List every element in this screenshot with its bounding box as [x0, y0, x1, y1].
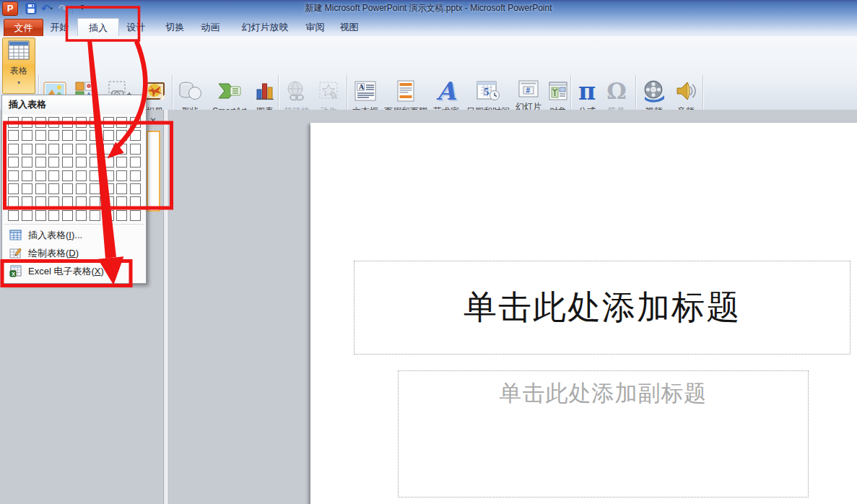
- table-grid-cell[interactable]: [130, 144, 141, 155]
- table-grid-cell[interactable]: [8, 117, 19, 128]
- tab-file[interactable]: 文件: [4, 19, 43, 37]
- table-grid-cell[interactable]: [22, 117, 32, 128]
- table-grid-cell[interactable]: [130, 130, 141, 141]
- redo-button[interactable]: ↷: [56, 2, 69, 15]
- table-grid-cell[interactable]: [35, 170, 46, 181]
- table-grid-cell[interactable]: [35, 117, 46, 128]
- table-grid-cell[interactable]: [130, 196, 141, 207]
- table-grid-cell[interactable]: [76, 170, 87, 181]
- table-grid-cell[interactable]: [76, 130, 87, 141]
- table-grid-cell[interactable]: [35, 210, 46, 221]
- table-grid-cell[interactable]: [48, 210, 59, 221]
- table-grid-cell[interactable]: [116, 183, 127, 194]
- table-grid-cell[interactable]: [103, 117, 114, 128]
- table-size-grid[interactable]: [8, 117, 141, 221]
- table-grid-cell[interactable]: [90, 117, 100, 128]
- tab-view[interactable]: 视图: [333, 18, 365, 36]
- table-grid-cell[interactable]: [8, 130, 19, 141]
- table-grid-cell[interactable]: [103, 196, 114, 207]
- table-grid-cell[interactable]: [22, 210, 32, 221]
- table-grid-cell[interactable]: [48, 130, 59, 141]
- table-grid-cell[interactable]: [62, 210, 73, 221]
- title-placeholder[interactable]: 单击此处添加标题: [354, 261, 851, 355]
- table-grid-cell[interactable]: [48, 117, 59, 128]
- table-grid-cell[interactable]: [48, 196, 59, 207]
- table-grid-cell[interactable]: [48, 183, 59, 194]
- undo-button[interactable]: ↶ ▾: [40, 2, 53, 15]
- table-grid-cell[interactable]: [22, 144, 32, 155]
- table-grid-cell[interactable]: [90, 210, 100, 221]
- table-grid-cell[interactable]: [62, 170, 73, 181]
- table-grid-cell[interactable]: [62, 157, 73, 168]
- table-grid-cell[interactable]: [35, 196, 46, 207]
- table-grid-cell[interactable]: [62, 196, 73, 207]
- table-grid-cell[interactable]: [76, 196, 87, 207]
- menu-item-draw-table[interactable]: 绘制表格(D): [3, 244, 145, 262]
- table-grid-cell[interactable]: [8, 210, 19, 221]
- table-grid-cell[interactable]: [8, 144, 19, 155]
- table-grid-cell[interactable]: [35, 130, 46, 141]
- table-grid-cell[interactable]: [116, 157, 127, 168]
- table-grid-cell[interactable]: [35, 157, 46, 168]
- table-grid-cell[interactable]: [90, 144, 100, 155]
- tab-home[interactable]: 开始: [43, 18, 76, 36]
- table-grid-cell[interactable]: [8, 157, 19, 168]
- table-grid-cell[interactable]: [22, 183, 32, 194]
- table-grid-cell[interactable]: [48, 157, 59, 168]
- table-grid-cell[interactable]: [76, 144, 87, 155]
- menu-item-insert-table[interactable]: 插入表格(I)...: [3, 226, 145, 244]
- tab-animations[interactable]: 动画: [194, 18, 227, 36]
- customize-quick-access-icon[interactable]: ▾: [76, 2, 89, 15]
- tab-transitions[interactable]: 切换: [159, 18, 191, 36]
- table-grid-cell[interactable]: [62, 130, 73, 141]
- table-button[interactable]: 表格 ▾: [2, 38, 35, 94]
- subtitle-placeholder[interactable]: 单击此处添加副标题: [398, 370, 809, 498]
- tab-design[interactable]: 设计: [120, 18, 152, 36]
- table-grid-cell[interactable]: [103, 170, 114, 181]
- table-grid-cell[interactable]: [90, 170, 100, 181]
- table-grid-cell[interactable]: [8, 170, 19, 181]
- table-grid-cell[interactable]: [90, 130, 100, 141]
- table-grid-cell[interactable]: [130, 170, 141, 181]
- tab-review[interactable]: 审阅: [299, 18, 331, 36]
- table-grid-cell[interactable]: [130, 157, 141, 168]
- table-grid-cell[interactable]: [90, 196, 100, 207]
- table-grid-cell[interactable]: [130, 210, 141, 221]
- slide[interactable]: 单击此处添加标题 单击此处添加副标题: [310, 123, 857, 504]
- table-grid-cell[interactable]: [76, 157, 87, 168]
- table-grid-cell[interactable]: [90, 157, 100, 168]
- table-grid-cell[interactable]: [62, 144, 73, 155]
- table-grid-cell[interactable]: [76, 210, 87, 221]
- table-grid-cell[interactable]: [116, 196, 127, 207]
- table-grid-cell[interactable]: [116, 144, 127, 155]
- table-grid-cell[interactable]: [103, 210, 114, 221]
- table-grid-cell[interactable]: [116, 117, 127, 128]
- table-grid-cell[interactable]: [130, 117, 141, 128]
- table-grid-cell[interactable]: [90, 183, 100, 194]
- table-grid-cell[interactable]: [22, 170, 32, 181]
- table-grid-cell[interactable]: [48, 170, 59, 181]
- table-grid-cell[interactable]: [35, 183, 46, 194]
- table-grid-cell[interactable]: [22, 130, 32, 141]
- slide-thumbnail[interactable]: [147, 131, 160, 212]
- table-grid-cell[interactable]: [22, 157, 32, 168]
- save-icon[interactable]: [25, 2, 38, 15]
- table-grid-cell[interactable]: [35, 144, 46, 155]
- table-grid-cell[interactable]: [116, 210, 127, 221]
- table-grid-cell[interactable]: [76, 183, 87, 194]
- table-grid-cell[interactable]: [103, 130, 114, 141]
- table-grid-cell[interactable]: [116, 130, 127, 141]
- table-grid-cell[interactable]: [103, 144, 114, 155]
- table-grid-cell[interactable]: [103, 157, 114, 168]
- close-slides-panel-icon[interactable]: ✕: [147, 115, 159, 126]
- table-grid-cell[interactable]: [8, 183, 19, 194]
- tab-slideshow[interactable]: 幻灯片放映: [232, 18, 297, 36]
- table-grid-cell[interactable]: [116, 170, 127, 181]
- table-grid-cell[interactable]: [76, 117, 87, 128]
- menu-item-excel-spreadsheet[interactable]: X Excel 电子表格(X): [3, 262, 145, 280]
- table-grid-cell[interactable]: [62, 117, 73, 128]
- powerpoint-logo-icon[interactable]: P: [2, 1, 18, 16]
- table-grid-cell[interactable]: [8, 196, 19, 207]
- table-grid-cell[interactable]: [62, 183, 73, 194]
- table-grid-cell[interactable]: [22, 196, 32, 207]
